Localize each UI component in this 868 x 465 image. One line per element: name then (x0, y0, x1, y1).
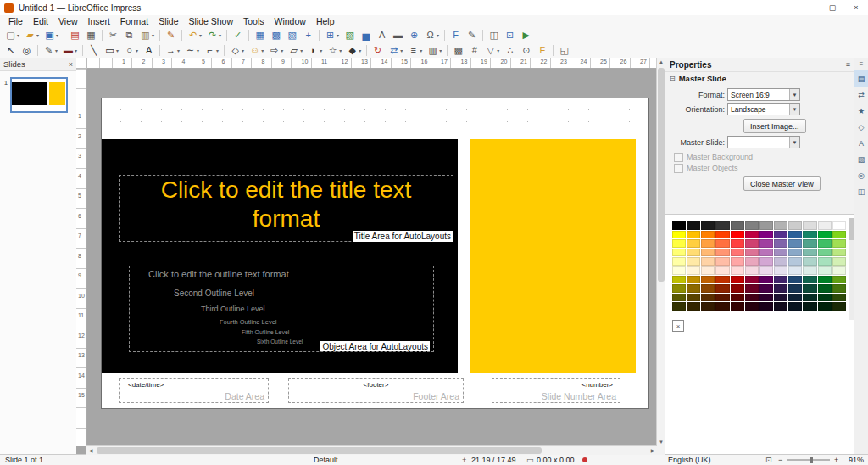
color-swatch[interactable] (687, 302, 700, 311)
color-swatch[interactable] (760, 257, 773, 266)
insert-fontwork-icon[interactable]: F (448, 28, 463, 42)
color-swatch[interactable] (788, 249, 802, 257)
color-swatch[interactable] (731, 257, 744, 266)
insert-image-icon[interactable]: ▧ (342, 28, 357, 42)
dropdown-arrow-icon[interactable]: ▾ (420, 48, 422, 53)
color-swatch[interactable] (701, 249, 715, 257)
maximize-button[interactable]: ▢ (821, 0, 844, 15)
sidebar-tab-shapes[interactable]: ◇ (854, 119, 868, 135)
color-swatch[interactable] (672, 266, 686, 275)
insert-image-button[interactable]: Insert Image... (743, 119, 806, 133)
color-swatch[interactable] (818, 276, 832, 284)
color-swatch[interactable] (803, 249, 816, 257)
paste-icon[interactable]: ▥▾ (138, 28, 156, 42)
color-swatch[interactable] (745, 249, 759, 257)
color-swatch[interactable] (803, 294, 816, 302)
insert-line-icon[interactable]: ╲ (86, 43, 101, 57)
color-swatch[interactable] (832, 249, 846, 257)
menu-slide-show[interactable]: Slide Show (183, 15, 238, 27)
3d-objects-icon[interactable]: ◆▾ (345, 43, 363, 57)
scroll-up-icon[interactable]: ▲ (657, 58, 665, 66)
dropdown-arrow-icon[interactable]: ▾ (197, 48, 199, 53)
color-swatch[interactable] (745, 221, 759, 230)
color-swatch[interactable] (818, 249, 832, 257)
color-swatch[interactable] (745, 239, 759, 248)
undo-icon[interactable]: ↶▾ (186, 28, 203, 42)
color-swatch[interactable] (672, 276, 686, 284)
dropdown-arrow-icon[interactable]: ▾ (497, 48, 499, 53)
redo-icon[interactable]: ↷▾ (205, 28, 223, 42)
dropdown-arrow-icon[interactable]: ▾ (116, 48, 119, 53)
sidebar-menu-icon[interactable]: ≡ (854, 58, 868, 70)
color-swatch[interactable] (803, 257, 816, 266)
color-swatch[interactable] (701, 221, 715, 230)
start-from-first-slide-icon[interactable]: ▶ (519, 28, 533, 42)
color-swatch[interactable] (715, 284, 729, 293)
master-yellow-accent-rect[interactable] (470, 139, 636, 373)
menu-format[interactable]: Format (115, 15, 153, 27)
color-swatch[interactable] (774, 284, 787, 293)
master-slide-editing-area[interactable]: Click to edit the title textformat Title… (102, 98, 648, 408)
menu-slide[interactable]: Slide (153, 15, 183, 27)
color-swatch[interactable] (818, 257, 832, 266)
insert-hyperlink-icon[interactable]: ⊕ (407, 28, 421, 42)
color-swatch[interactable] (774, 231, 787, 239)
color-swatch[interactable] (715, 276, 729, 284)
dropdown-arrow-icon[interactable]: ▾ (320, 48, 322, 53)
snap-to-grid-icon[interactable]: ▩ (269, 28, 283, 42)
color-swatch[interactable] (687, 276, 700, 284)
color-swatch[interactable] (788, 221, 802, 230)
color-swatch[interactable] (731, 284, 744, 293)
sidebar-tab-gallery[interactable]: ▧ (854, 151, 868, 167)
dropdown-arrow-icon[interactable]: ▾ (439, 48, 442, 53)
color-swatch[interactable] (687, 231, 700, 239)
dropdown-arrow-icon[interactable]: ▾ (242, 48, 244, 53)
toggle-extrusion-icon[interactable]: ◱ (557, 43, 571, 57)
color-swatch[interactable] (803, 221, 816, 230)
dropdown-arrow-icon[interactable]: ▾ (136, 48, 138, 53)
horizontal-ruler[interactable]: 1234567891011121314151617181920212223242… (86, 58, 657, 69)
image-filter-icon[interactable]: ▽▾ (483, 43, 501, 57)
color-swatch[interactable] (760, 276, 773, 284)
display-views-icon[interactable]: ⊡ (503, 28, 517, 42)
crop-image-icon[interactable]: # (467, 43, 481, 57)
insert-chart-icon[interactable]: ▅ (359, 28, 373, 42)
color-swatch[interactable] (818, 239, 832, 248)
color-swatch[interactable] (774, 257, 787, 266)
color-swatch[interactable] (715, 257, 729, 266)
dropdown-arrow-icon[interactable]: ▾ (337, 32, 339, 38)
close-icon[interactable]: × (69, 60, 73, 69)
dropdown-arrow-icon[interactable]: ▾ (261, 48, 264, 53)
color-swatch[interactable] (818, 266, 832, 275)
color-swatch[interactable] (760, 249, 773, 257)
date-placeholder[interactable]: <date/time> Date Area (119, 378, 269, 403)
color-swatch[interactable] (701, 294, 715, 302)
color-swatch[interactable] (832, 284, 846, 293)
basic-shapes-icon[interactable]: ◇▾ (228, 43, 246, 57)
color-swatch[interactable] (745, 231, 759, 239)
zoom-percent-status[interactable]: 91% (849, 455, 864, 465)
horizontal-scroll-thumb[interactable] (97, 447, 542, 454)
save-icon[interactable]: ▣▾ (42, 28, 60, 42)
outline-placeholder[interactable]: Click to edit the outline text formatSec… (129, 266, 434, 352)
master-slide-icon[interactable]: ◫ (487, 28, 501, 42)
color-swatch[interactable] (672, 249, 686, 257)
vertical-scroll-thumb[interactable] (658, 68, 665, 282)
color-swatch[interactable] (672, 294, 686, 302)
color-swatch[interactable] (701, 284, 715, 293)
color-swatch[interactable] (745, 276, 759, 284)
sidebar-tab-properties[interactable]: ▤ (854, 70, 868, 87)
color-swatch[interactable] (788, 266, 802, 275)
chevron-down-icon[interactable]: ▼ (789, 89, 799, 100)
insert-special-character-icon[interactable]: Ω▾ (423, 28, 441, 42)
copy-icon[interactable]: ⧉ (122, 28, 136, 42)
print-icon[interactable]: ▦ (84, 28, 98, 42)
color-swatch[interactable] (731, 249, 744, 257)
orientation-select[interactable]: Landscape ▼ (727, 103, 800, 115)
scroll-right-icon[interactable]: ▶ (648, 446, 657, 455)
color-swatch[interactable] (672, 284, 686, 293)
flowchart-icon[interactable]: ▱▾ (287, 43, 304, 57)
color-swatch[interactable] (715, 231, 729, 239)
menu-file[interactable]: File (3, 15, 28, 27)
dropdown-arrow-icon[interactable]: ▾ (216, 48, 219, 53)
